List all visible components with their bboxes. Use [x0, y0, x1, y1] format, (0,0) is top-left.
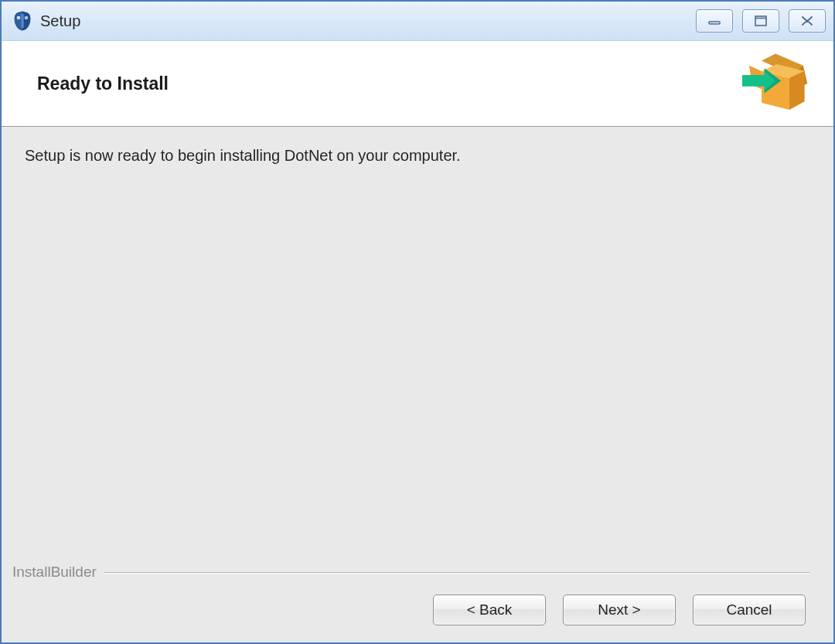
svg-point-0	[17, 16, 21, 20]
cancel-button[interactable]: Cancel	[693, 595, 806, 625]
button-row: < Back Next > Cancel	[25, 595, 810, 625]
minimize-icon	[707, 15, 722, 26]
wizard-footer: InstallBuilder < Back Next > Cancel	[25, 564, 810, 642]
window-title: Setup	[40, 12, 696, 30]
page-heading: Ready to Install	[37, 73, 169, 94]
svg-point-1	[25, 16, 29, 20]
separator-line	[104, 572, 810, 573]
maximize-icon	[754, 15, 768, 27]
svg-rect-2	[21, 14, 23, 28]
svg-rect-3	[709, 22, 720, 24]
window-controls	[696, 9, 826, 32]
back-button[interactable]: < Back	[433, 595, 546, 625]
next-button[interactable]: Next >	[563, 595, 676, 625]
ready-message: Setup is now ready to begin installing D…	[25, 147, 810, 165]
brand-label: InstallBuilder	[12, 564, 97, 581]
close-button[interactable]	[789, 9, 826, 32]
minimize-button[interactable]	[696, 9, 733, 32]
setup-window: Setup Ready to Install	[0, 0, 835, 644]
wizard-header: Ready to Install	[2, 41, 833, 127]
app-icon	[12, 11, 32, 31]
footer-separator: InstallBuilder	[12, 564, 810, 581]
titlebar: Setup	[2, 2, 833, 41]
wizard-content: Setup is now ready to begin installing D…	[2, 127, 833, 642]
maximize-button[interactable]	[742, 9, 779, 32]
package-install-icon	[741, 50, 810, 117]
close-icon	[800, 15, 814, 27]
